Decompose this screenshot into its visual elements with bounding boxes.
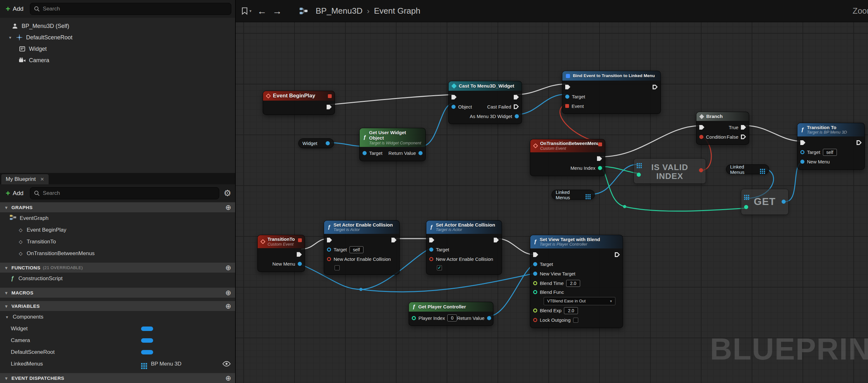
caret-down-icon[interactable]: ▾ — [4, 314, 9, 319]
add-circle-icon[interactable]: ⊕ — [225, 303, 231, 310]
node-get-player-controller[interactable]: ƒ Get Player Controller Player Index0 Re… — [409, 302, 493, 326]
target-pin[interactable] — [429, 247, 433, 252]
new-collision-checkbox[interactable]: ✓ — [437, 265, 442, 270]
menu-index-pin[interactable] — [598, 166, 602, 170]
event-graph-canvas[interactable]: ▾ ← → BP_Menu3D › Event Graph Zoom BLUEP… — [236, 0, 868, 383]
bookmarks-button[interactable]: ▾ — [242, 7, 252, 15]
new-menu-pin[interactable] — [800, 160, 804, 164]
player-index-field[interactable]: 0 — [447, 314, 457, 321]
target-array-pin[interactable] — [744, 195, 745, 196]
exec-out-pin[interactable] — [857, 140, 862, 145]
section-variables[interactable]: ▾ VARIABLES ⊕ — [0, 301, 235, 311]
tree-item-widget[interactable]: Widget — [0, 43, 235, 55]
caret-down-icon[interactable]: ▾ — [4, 290, 9, 295]
target-value-field[interactable]: self — [823, 149, 837, 156]
list-item-begin-play[interactable]: ◇ Event BeginPlay — [0, 224, 235, 236]
new-menu-out-pin[interactable] — [298, 262, 302, 266]
list-item-construction-script[interactable]: ƒ ConstructionScript — [0, 273, 235, 284]
close-icon[interactable]: ✕ — [40, 176, 44, 182]
list-item-transition-to[interactable]: ◇ TransitionTo — [0, 236, 235, 247]
tree-item-self[interactable]: BP_Menu3D (Self) — [0, 20, 235, 32]
node-widget-getter[interactable]: Widget — [298, 138, 334, 148]
node-branch[interactable]: Branch True Condition False — [696, 112, 749, 145]
variable-row-scene-root[interactable]: DefaultSceneRoot — [0, 346, 235, 358]
delegate-pin[interactable] — [598, 142, 602, 146]
add-circle-icon[interactable]: ⊕ — [225, 375, 231, 382]
linked-menus-out-pin[interactable] — [760, 169, 761, 170]
exec-out-pin[interactable] — [327, 105, 332, 109]
blend-func-dropdown[interactable]: VTBlend Ease in Out ▾ — [544, 297, 615, 305]
add-blueprint-item-button[interactable]: + Add — [4, 188, 25, 198]
lock-outgoing-checkbox[interactable] — [573, 318, 578, 323]
new-collision-pin[interactable] — [327, 257, 331, 261]
exec-out-pin[interactable] — [392, 238, 397, 242]
node-event-beginplay[interactable]: Event BeginPlay — [263, 91, 335, 115]
add-circle-icon[interactable]: ⊕ — [225, 264, 231, 271]
node-bind-event[interactable]: Bind Event to Transition to Linked Menu … — [562, 71, 661, 114]
exec-in-pin[interactable] — [429, 238, 434, 242]
components-search[interactable] — [30, 3, 231, 15]
true-pin[interactable] — [741, 125, 746, 130]
target-array-pin[interactable] — [637, 163, 638, 164]
exec-out-pin[interactable] — [514, 95, 519, 100]
node-cast-to-menu3d-widget[interactable]: Cast To Menu3D_Widget Object Cast Failed… — [448, 81, 522, 124]
node-set-actor-enable-collision-2[interactable]: ƒ Set Actor Enable Collision Target is A… — [426, 220, 502, 275]
exec-out-pin[interactable] — [653, 85, 658, 90]
event-delegate-pin[interactable] — [565, 104, 569, 108]
blend-time-pin[interactable] — [533, 281, 537, 285]
new-collision-pin[interactable] — [429, 257, 433, 261]
cast-failed-pin[interactable] — [514, 104, 519, 109]
node-set-actor-enable-collision-1[interactable]: ƒ Set Actor Enable Collision Target is A… — [324, 220, 400, 275]
lock-outgoing-pin[interactable] — [533, 318, 537, 322]
element-out-pin[interactable] — [782, 200, 786, 204]
linked-menus-out-pin[interactable] — [586, 194, 587, 196]
index-pin[interactable] — [744, 205, 748, 209]
node-transition-to-event[interactable]: TransitionTo Custom Event New Menu — [257, 235, 305, 272]
blend-exp-field[interactable]: 2.0 — [564, 307, 578, 314]
variable-row-linked-menus[interactable]: LinkedMenus BP Menu 3D — [0, 358, 235, 370]
add-circle-icon[interactable]: ⊕ — [225, 289, 231, 297]
node-transition-to-call[interactable]: ƒ Transition To Target is BP Menu 3D Tar… — [797, 123, 865, 170]
blend-time-field[interactable]: 2.0 — [566, 280, 580, 287]
target-value-field[interactable]: self — [349, 246, 364, 253]
section-graphs[interactable]: ▾ GRAPHS ⊕ — [0, 202, 235, 212]
object-pin[interactable] — [452, 105, 456, 109]
variable-row-camera[interactable]: Camera — [0, 335, 235, 346]
target-pin[interactable] — [327, 247, 331, 252]
caret-down-icon[interactable]: ▾ — [4, 376, 9, 381]
target-pin[interactable] — [565, 95, 569, 99]
return-value-pin[interactable] — [418, 151, 423, 155]
exec-in-pin[interactable] — [800, 140, 805, 145]
variable-type-pill[interactable] — [141, 338, 153, 343]
section-functions[interactable]: ▾ FUNCTIONS (21 OVERRIDABLE) ⊕ — [0, 263, 235, 273]
is-valid-pin[interactable] — [699, 168, 703, 172]
tree-item-camera[interactable]: Camera — [0, 55, 235, 66]
components-search-input[interactable] — [43, 6, 227, 12]
section-macros[interactable]: ▾ MACROS ⊕ — [0, 287, 235, 298]
condition-pin[interactable] — [699, 135, 704, 139]
gear-icon[interactable]: ⚙ — [224, 189, 231, 198]
exec-out-pin[interactable] — [297, 252, 302, 257]
my-blueprint-search-input[interactable] — [43, 190, 215, 197]
exec-in-pin[interactable] — [533, 252, 538, 257]
widget-out-pin[interactable] — [326, 141, 330, 145]
exec-in-pin[interactable] — [565, 85, 570, 90]
list-item-on-transition[interactable]: ◇ OnTransitionBetweenMenus — [0, 247, 235, 259]
node-linked-menus-getter[interactable]: Linked Menus — [726, 164, 769, 174]
node-is-valid-index[interactable]: IS VALID INDEX — [633, 158, 706, 184]
eye-icon[interactable] — [222, 361, 231, 367]
exec-in-pin[interactable] — [452, 95, 457, 100]
blend-func-pin[interactable] — [533, 290, 537, 294]
new-collision-checkbox[interactable] — [335, 265, 340, 270]
my-blueprint-search[interactable] — [30, 187, 219, 199]
node-get-user-widget-object[interactable]: ƒ Get User Widget Object Target is Widge… — [359, 128, 426, 161]
variable-row-widget[interactable]: Widget — [0, 323, 235, 335]
caret-down-icon[interactable]: ▾ — [4, 265, 9, 270]
exec-out-pin[interactable] — [597, 156, 602, 161]
node-on-transition-between-menus[interactable]: OnTransitionBetweenMenus Custom Event Me… — [530, 139, 605, 176]
new-view-target-pin[interactable] — [533, 272, 537, 276]
forward-arrow-icon[interactable]: → — [273, 6, 282, 16]
add-component-button[interactable]: + Add — [4, 4, 25, 14]
back-arrow-icon[interactable]: ← — [257, 6, 267, 16]
list-item-event-graph[interactable]: EventGraph — [0, 212, 235, 224]
